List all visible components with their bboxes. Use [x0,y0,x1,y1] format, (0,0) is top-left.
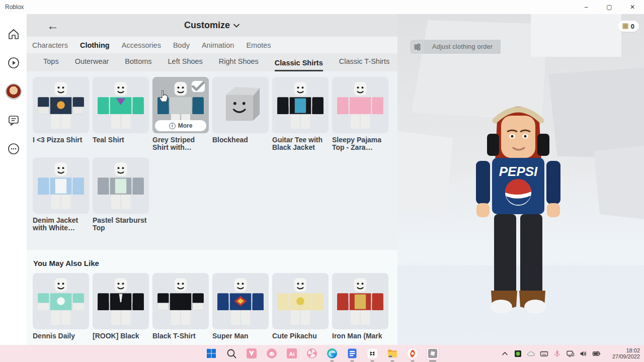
keyboard-tray-icon[interactable] [540,349,548,358]
subtab-classic-t-shirts[interactable]: Classic T-Shirts [339,57,389,71]
chevron-down-icon [233,23,240,28]
adjust-clothing-button[interactable] [410,40,424,54]
subtab-left-shoes[interactable]: Left Shoes [168,57,203,71]
selected-check-badge [192,81,205,92]
wardrobe-item-label: Blockhead [212,136,269,144]
wardrobe-item: Denim Jacket with White… [33,157,89,232]
battery-tray-icon[interactable] [592,349,601,358]
recommendation-item-thumb[interactable] [332,273,388,329]
tab-characters[interactable]: Characters [32,41,68,49]
adjust-clothing-wrap: Adjust clothing order [410,40,501,54]
recommendation-item: [ROOK] Black [93,273,149,340]
wardrobe-item: iMoreGrey Striped Shirt with… [152,77,209,151]
avatar-3d-viewport[interactable]: PEPSI Adjust clothing order 0 [397,14,644,345]
folder-taskbar-icon[interactable] [386,347,399,360]
minimize-button[interactable]: – [575,0,598,14]
recommendation-item: Iron Man (Mark [332,273,388,340]
maximize-button[interactable]: ▢ [598,0,621,14]
sidebar-item-chat[interactable] [5,112,22,129]
docs-taskbar-icon[interactable] [346,347,359,360]
discord-taskbar-icon[interactable] [265,347,278,360]
tab-body[interactable]: Body [173,41,190,49]
recommendations-section: You May Also Like Dennis Daily [ROOK] Bl… [27,250,397,345]
capcut-taskbar-icon[interactable] [366,347,379,360]
edge-taskbar-icon[interactable] [326,347,339,360]
subtab-classic-shirts[interactable]: Classic Shirts [275,59,323,71]
avatar-icon [6,83,22,100]
wardrobe-item-thumb[interactable] [212,77,269,133]
wardrobe-item: Teal Shirt [93,77,149,151]
cast-tray-icon[interactable] [566,349,575,358]
vapp-taskbar-icon[interactable] [245,347,258,360]
windows-taskbar: Ai 18:02 27/09/2022 [0,345,644,362]
onedrive-tray-icon[interactable] [527,349,535,358]
sidebar-item-play[interactable] [5,54,22,71]
page-title-wrap[interactable]: Customize [27,20,397,31]
shirt-thumb [33,157,89,214]
subtab-right-shoes[interactable]: Right Shoes [219,57,259,71]
sidebar-item-avatar[interactable] [5,83,22,100]
wardrobe-item-thumb[interactable] [33,157,89,214]
roblox-taskbar-icon[interactable] [426,347,439,360]
wardrobe-item-thumb[interactable] [93,157,149,214]
origin-taskbar-icon[interactable] [406,347,419,360]
recommendation-item-thumb[interactable] [212,273,269,329]
robux-balance[interactable]: 0 [618,21,639,32]
wardrobe-item: Sleepy Pajama Top - Zara… [332,77,388,151]
blockhead-thumb [212,77,269,133]
wardrobe-item: Pastel Starburst Top [93,157,149,232]
recommendation-item-thumb[interactable] [33,273,89,329]
sidebar-item-more[interactable] [5,140,22,157]
volume-tray-icon[interactable] [579,349,588,358]
wardrobe-item-thumb[interactable]: iMore [152,77,209,133]
tab-animation[interactable]: Animation [202,41,234,49]
recommendation-item-label: Dennis Daily [33,332,89,340]
more-icon [7,142,20,155]
running-indicator [371,360,374,362]
tab-emotes[interactable]: Emotes [246,41,271,49]
recommendation-item: Super Man [212,273,269,340]
recommendation-item: Cute Pikachu [272,273,329,340]
wardrobe-item-thumb[interactable] [332,77,388,133]
subtab-outerwear[interactable]: Outerwear [75,57,109,71]
system-tray [501,345,601,362]
page-title: Customize [184,20,230,30]
recommendation-item-label: Black T-Shirt [152,332,209,340]
shirt-thumb [33,77,89,133]
clock-date: 27/09/2022 [612,353,640,359]
robux-coin-icon [622,23,628,29]
search-taskbar-icon[interactable] [225,347,238,360]
taskbar-clock[interactable]: 18:02 27/09/2022 [612,345,640,362]
subtab-tops[interactable]: Tops [43,57,59,71]
recommendation-item-label: Iron Man (Mark [332,332,388,340]
recommendation-item-thumb[interactable] [272,273,329,329]
chevron-up-tray-icon[interactable] [501,349,509,358]
chat-icon [7,114,20,127]
running-indicator [351,360,354,362]
play-icon [7,56,20,69]
gpu-tray-icon[interactable] [514,349,522,358]
mic-tray-icon[interactable] [553,349,561,358]
running-indicator [391,360,394,362]
subtab-bottoms[interactable]: Bottoms [125,57,151,71]
more-button[interactable]: iMore [155,120,206,131]
check-icon [192,81,205,92]
recommendation-item-thumb[interactable] [93,273,149,329]
tab-clothing[interactable]: Clothing [80,41,110,49]
mouse-cursor [157,89,171,104]
wardrobe-item-thumb[interactable] [272,77,329,133]
wardrobe-item-label: Denim Jacket with White… [33,217,89,232]
wardrobe-item-label: I <3 Pizza Shirt [33,136,89,144]
wardrobe-item-thumb[interactable] [33,77,89,133]
tab-accessories[interactable]: Accessories [122,41,161,49]
category-tabs: CharactersClothingAccessoriesBodyAnimati… [27,37,397,53]
wardrobe-item-thumb[interactable] [93,77,149,133]
pinwheel-taskbar-icon[interactable] [305,347,318,360]
sidebar-item-home[interactable] [5,26,22,43]
start-taskbar-icon[interactable] [205,347,218,360]
close-button[interactable]: ✕ [621,0,644,14]
wardrobe-item: I <3 Pizza Shirt [33,77,89,151]
illustrator-taskbar-icon[interactable]: Ai [285,347,298,360]
active-tab-notch [118,50,125,53]
recommendation-item-thumb[interactable] [152,273,209,329]
